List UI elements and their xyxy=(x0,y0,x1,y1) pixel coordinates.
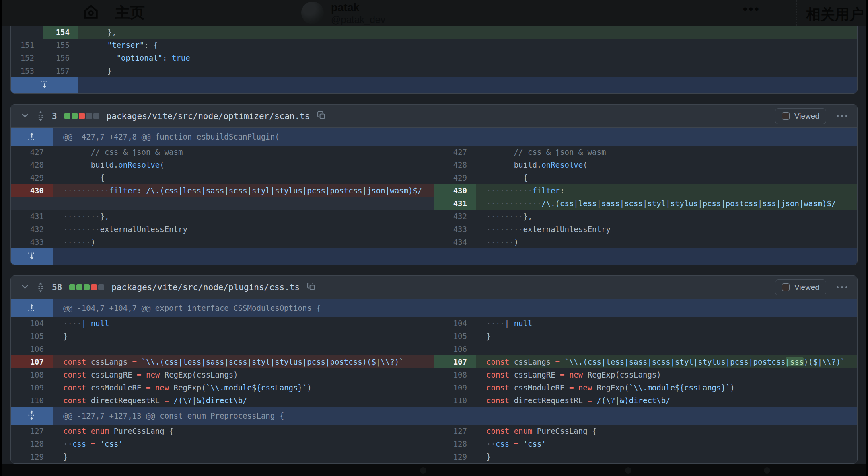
line-number[interactable] xyxy=(11,197,53,210)
hunk-header-text: @@ -127,7 +127,13 @@ const enum Preproce… xyxy=(53,407,857,425)
line-number[interactable]: 127 xyxy=(434,425,476,437)
line-number[interactable]: 108 xyxy=(434,368,476,381)
code-line: const cssLangRE = new RegExp(cssLangs) xyxy=(476,368,857,381)
new-line-number[interactable]: 156 xyxy=(43,51,78,64)
diff-row: 153157 } xyxy=(11,64,857,77)
line-number[interactable]: 107 xyxy=(434,355,476,368)
line-number[interactable]: 106 xyxy=(11,343,53,355)
code-line: ············/\.(css|less|sass|scss|styl|… xyxy=(476,197,857,210)
page: 主页 patak @patak_dev ••• 相关用户 154 },15115… xyxy=(2,0,866,476)
collapse-file-button[interactable] xyxy=(21,111,29,121)
viewed-toggle[interactable]: Viewed xyxy=(775,279,826,295)
code-line: build.onResolve( xyxy=(53,158,434,171)
file-menu-button[interactable] xyxy=(837,286,847,288)
diff-row: 104····| null104····| null xyxy=(11,317,857,330)
expand-button[interactable] xyxy=(11,248,53,265)
line-number[interactable]: 432 xyxy=(434,210,476,223)
home-label: 主页 xyxy=(115,3,145,23)
line-number[interactable]: 432 xyxy=(11,223,53,236)
old-line-number[interactable] xyxy=(11,26,43,39)
viewed-label: Viewed xyxy=(794,112,819,121)
line-number[interactable]: 128 xyxy=(11,437,53,450)
old-line-number[interactable]: 151 xyxy=(11,39,43,51)
diff-row: 105}105} xyxy=(11,330,857,343)
old-line-number[interactable]: 153 xyxy=(11,64,43,77)
line-number[interactable]: 105 xyxy=(11,330,53,343)
line-number[interactable]: 433 xyxy=(11,236,53,248)
viewed-toggle[interactable]: Viewed xyxy=(775,108,826,124)
expand-button[interactable] xyxy=(11,128,53,146)
line-number[interactable]: 109 xyxy=(11,381,53,394)
line-number[interactable]: 428 xyxy=(434,158,476,171)
code-line: build.onResolve( xyxy=(476,158,857,171)
file-diff-panel: 3packages/vite/src/node/optimizer/scan.t… xyxy=(10,104,858,265)
code-line: const cssModuleRE = new RegExp(`\\.modul… xyxy=(476,381,857,394)
hunk-header-text: @@ -104,7 +104,7 @@ export interface CSS… xyxy=(53,299,857,317)
line-number[interactable]: 429 xyxy=(11,171,53,184)
expand-button[interactable] xyxy=(11,77,78,93)
old-line-number[interactable]: 152 xyxy=(11,51,43,64)
more-icon[interactable]: ••• xyxy=(743,2,761,16)
copy-path-button[interactable] xyxy=(307,282,316,292)
viewed-checkbox[interactable] xyxy=(782,283,790,291)
line-number[interactable]: 429 xyxy=(434,171,476,184)
avatar[interactable] xyxy=(301,2,324,24)
line-number[interactable]: 105 xyxy=(434,330,476,343)
code-line: ··css = 'css' xyxy=(476,437,857,450)
hunk-header-row: @@ -427,7 +427,8 @@ function esbuildScan… xyxy=(11,128,857,146)
new-line-number[interactable]: 154 xyxy=(43,26,78,39)
drag-grabber-icon[interactable] xyxy=(37,282,45,293)
diffstat-block-neutral xyxy=(86,113,92,119)
chevron-down-icon xyxy=(21,282,29,292)
line-number[interactable]: 110 xyxy=(11,394,53,407)
file-path[interactable]: packages/vite/src/node/plugins/css.ts xyxy=(111,283,300,292)
footer-icon xyxy=(420,467,426,474)
file-path[interactable]: packages/vite/src/node/optimizer/scan.ts xyxy=(107,111,310,121)
file-menu-button[interactable] xyxy=(837,115,847,117)
line-number[interactable]: 106 xyxy=(434,343,476,355)
code-line: const cssModuleRE = new RegExp(`\\.modul… xyxy=(53,381,434,394)
line-number[interactable]: 104 xyxy=(434,317,476,330)
line-number[interactable]: 109 xyxy=(434,381,476,394)
line-number[interactable]: 427 xyxy=(11,146,53,158)
line-number[interactable]: 129 xyxy=(11,450,53,463)
unfold-down-icon xyxy=(41,80,49,90)
code-line: } xyxy=(476,330,857,343)
file-header: 3packages/vite/src/node/optimizer/scan.t… xyxy=(11,105,857,128)
diff-row: 428 build.onResolve(428 build.onResolve( xyxy=(11,158,857,171)
code-line: const directRequestRE = /(\?|&)direct\b/ xyxy=(53,394,434,407)
copy-path-button[interactable] xyxy=(317,111,326,121)
hunk-header-row: @@ -104,7 +104,7 @@ export interface CSS… xyxy=(11,299,857,317)
changed-lines-count: 3 xyxy=(52,111,57,121)
new-line-number[interactable]: 157 xyxy=(43,64,78,77)
line-number[interactable]: 108 xyxy=(11,368,53,381)
new-line-number[interactable]: 155 xyxy=(43,39,78,51)
line-number[interactable]: 427 xyxy=(434,146,476,158)
line-number[interactable]: 110 xyxy=(434,394,476,407)
line-number[interactable]: 430 xyxy=(434,184,476,197)
drag-grabber-icon[interactable] xyxy=(37,111,45,121)
line-number[interactable]: 127 xyxy=(11,425,53,437)
line-number[interactable]: 431 xyxy=(11,210,53,223)
line-number[interactable]: 430 xyxy=(11,184,53,197)
diff-row: 152156 "optional": true xyxy=(11,51,857,64)
file-header-left: 3packages/vite/src/node/optimizer/scan.t… xyxy=(21,111,768,121)
line-number[interactable]: 107 xyxy=(11,355,53,368)
user-name: patak xyxy=(331,2,385,14)
copy-icon xyxy=(317,111,326,121)
header-divider xyxy=(771,0,771,26)
line-number[interactable]: 104 xyxy=(11,317,53,330)
line-number[interactable]: 428 xyxy=(11,158,53,171)
collapse-file-button[interactable] xyxy=(21,282,29,292)
diff-row: 107const cssLangs = `\\.(css|less|sass|s… xyxy=(11,355,857,368)
viewed-checkbox[interactable] xyxy=(782,112,790,120)
line-number[interactable]: 433 xyxy=(434,223,476,236)
expand-button[interactable] xyxy=(11,299,53,317)
line-number[interactable]: 129 xyxy=(434,450,476,463)
home-nav[interactable]: 主页 xyxy=(82,3,145,23)
user-chip[interactable]: patak @patak_dev xyxy=(301,2,385,26)
line-number[interactable]: 431 xyxy=(434,197,476,210)
line-number[interactable]: 128 xyxy=(434,437,476,450)
expand-button[interactable] xyxy=(11,407,53,425)
line-number[interactable]: 434 xyxy=(434,236,476,248)
